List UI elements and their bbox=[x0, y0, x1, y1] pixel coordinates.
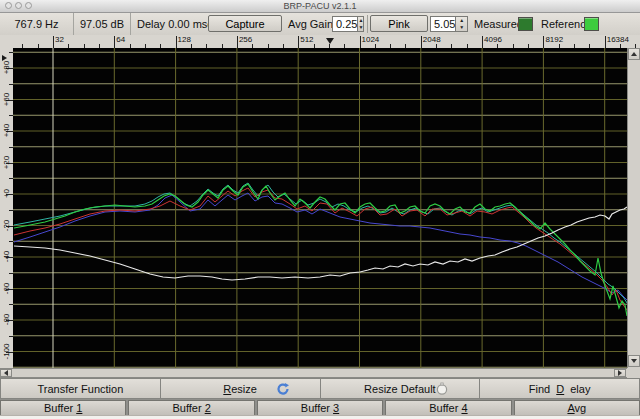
freq-tick-label: 64 bbox=[116, 35, 125, 44]
freq-tick bbox=[605, 36, 606, 48]
db-tick-label: -40 bbox=[2, 242, 11, 272]
spectrum-plot[interactable] bbox=[13, 48, 627, 368]
curve-white-trace bbox=[14, 207, 627, 280]
db-tick-label: +20 bbox=[2, 147, 11, 177]
scroll-left-icon[interactable] bbox=[0, 369, 12, 377]
measured-color-swatch[interactable] bbox=[518, 17, 533, 31]
tab-buffer-3[interactable]: Buffer 3 bbox=[257, 400, 383, 415]
db-tick-label: -60 bbox=[2, 273, 11, 303]
refresh-icon bbox=[276, 382, 290, 398]
freq-tick bbox=[114, 36, 115, 48]
avg-gain-label: Avg Gain bbox=[288, 13, 333, 35]
scroll-down-icon[interactable] bbox=[628, 355, 640, 367]
pink-noise-value[interactable]: 5.05 bbox=[431, 17, 455, 31]
freq-tick-label: 16384 bbox=[607, 35, 629, 44]
freq-tick-label: 8192 bbox=[545, 35, 563, 44]
db-tick-label: +60 bbox=[2, 84, 11, 114]
buffer-tab-bar: Buffer 1 Buffer 2 Buffer 3 Buffer 4 Avg bbox=[0, 399, 640, 415]
freq-tick-label: 2048 bbox=[423, 35, 441, 44]
avg-gain-value[interactable]: 0.25 bbox=[333, 17, 357, 31]
scrollbar-corner bbox=[627, 368, 640, 378]
tab-buffer-1[interactable]: Buffer 1 bbox=[0, 400, 126, 415]
frequency-readout: 767.9 Hz bbox=[0, 13, 74, 35]
avg-gain-spinbox[interactable]: 0.25 ▲▼ bbox=[332, 16, 364, 32]
resize-button-label: Resize bbox=[223, 383, 257, 395]
freq-tick bbox=[237, 36, 238, 48]
freq-tick-label: 4096 bbox=[484, 35, 502, 44]
tab-avg[interactable]: Avg bbox=[514, 400, 640, 415]
reset-zoom-icon bbox=[435, 382, 449, 398]
toolbar-separator bbox=[367, 15, 368, 33]
freq-tick bbox=[543, 36, 544, 48]
frequency-ruler: 3264128256512102420484096819216384 bbox=[0, 35, 640, 49]
transfer-function-button[interactable]: Transfer Function bbox=[0, 378, 161, 399]
window-title: BRP-PACU v2.1.1 bbox=[0, 0, 640, 12]
bottom-strip bbox=[0, 415, 640, 419]
app-window: BRP-PACU v2.1.1 767.9 Hz 97.05 dB Delay … bbox=[0, 0, 640, 419]
freq-tick bbox=[482, 36, 483, 48]
spin-down-icon[interactable]: ▼ bbox=[358, 24, 363, 31]
find-delay-button[interactable]: Find Delay bbox=[480, 378, 640, 399]
freq-tick bbox=[176, 36, 177, 48]
freq-tick bbox=[421, 36, 422, 48]
pink-noise-button[interactable]: Pink Noise bbox=[370, 15, 428, 32]
pink-noise-spinbox[interactable]: 5.05 ▲▼ bbox=[430, 16, 468, 32]
freq-tick-label: 128 bbox=[178, 35, 191, 44]
db-tick-label: -100 bbox=[2, 336, 11, 366]
toolbar: 767.9 Hz 97.05 dB Delay 0.00 msecs Captu… bbox=[0, 13, 640, 36]
freq-tick-label: 32 bbox=[55, 35, 64, 44]
horizontal-scrollbar[interactable] bbox=[0, 368, 627, 378]
spin-up-icon[interactable]: ▲ bbox=[456, 17, 467, 24]
pink-noise-stepper[interactable]: ▲▼ bbox=[455, 17, 467, 31]
frequency-position-marker-icon bbox=[326, 38, 334, 44]
db-ruler: +80+60+40+20+0-20-40-60-80-100 bbox=[0, 48, 14, 368]
db-tick-label: +40 bbox=[2, 116, 11, 146]
resize-button[interactable]: Resize bbox=[161, 378, 321, 399]
tab-buffer-2[interactable]: Buffer 2 bbox=[128, 400, 254, 415]
title-bar: BRP-PACU v2.1.1 bbox=[0, 0, 640, 13]
scroll-up-icon[interactable] bbox=[628, 48, 640, 60]
resize-default-button[interactable]: Resize Default bbox=[321, 378, 481, 399]
db-tick-label: +0 bbox=[2, 179, 11, 209]
freq-tick bbox=[298, 36, 299, 48]
scroll-right-icon[interactable] bbox=[614, 369, 626, 377]
db-position-marker-icon bbox=[2, 55, 7, 61]
avg-gain-stepper[interactable]: ▲▼ bbox=[357, 17, 363, 31]
vertical-scrollbar[interactable] bbox=[627, 48, 640, 368]
spin-up-icon[interactable]: ▲ bbox=[358, 17, 363, 24]
tab-buffer-4[interactable]: Buffer 4 bbox=[385, 400, 511, 415]
db-tick-label: -80 bbox=[2, 305, 11, 335]
freq-tick-label: 512 bbox=[300, 35, 313, 44]
measured-label: Measured bbox=[474, 13, 523, 35]
spin-down-icon[interactable]: ▼ bbox=[456, 24, 467, 31]
db-readout: 97.05 dB bbox=[74, 13, 131, 35]
freq-tick-label: 256 bbox=[239, 35, 252, 44]
action-button-row: Transfer Function Resize Resize Default … bbox=[0, 378, 640, 399]
freq-tick bbox=[53, 36, 54, 48]
resize-default-button-label: Resize Default bbox=[364, 383, 436, 395]
reference-color-swatch[interactable] bbox=[584, 17, 599, 31]
freq-tick-label: 1024 bbox=[362, 35, 380, 44]
freq-tick bbox=[360, 36, 361, 48]
db-tick-label: -20 bbox=[2, 210, 11, 240]
curve-blue-trace bbox=[14, 193, 627, 300]
capture-trace-button[interactable]: Capture Trace bbox=[208, 15, 282, 32]
curve-teal-trace bbox=[14, 183, 627, 303]
